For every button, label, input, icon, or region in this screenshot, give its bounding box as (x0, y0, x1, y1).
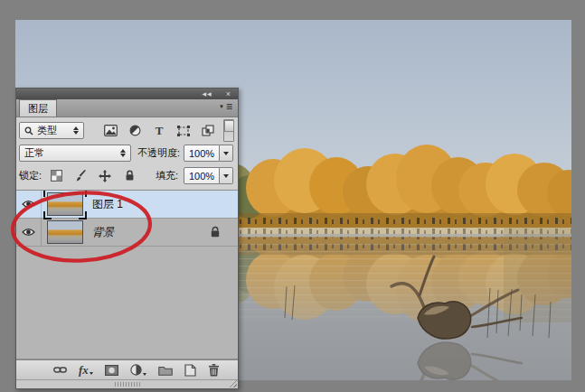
menu-lines-icon: ≡ (226, 102, 232, 111)
eye-icon (22, 228, 35, 237)
lock-icon (210, 226, 221, 238)
blend-mode-select[interactable]: 正常 (19, 145, 131, 162)
filter-icon-group: T (102, 123, 216, 138)
filter-type-select[interactable]: 类型 (19, 122, 84, 139)
adjustment-circle-icon (130, 364, 142, 376)
filter-smart-objects-button[interactable] (200, 123, 216, 138)
image-icon (104, 125, 118, 136)
visibility-toggle[interactable] (16, 219, 42, 246)
screenshot-stage: ◀◀ × 图层 ▼ ≡ 类型 (0, 0, 585, 392)
panel-bottom-toolbar: fx (16, 359, 238, 379)
layer-row-background[interactable]: 背景 (16, 219, 238, 247)
chevron-down-icon (90, 372, 93, 375)
filter-adjustment-layers-button[interactable] (127, 123, 143, 138)
move-icon (99, 170, 111, 182)
combo-spinner-icon (69, 126, 79, 135)
layer-thumbnail-image (47, 192, 83, 216)
lock-pixels-button[interactable] (72, 168, 89, 183)
filter-type-layers-button[interactable]: T (151, 123, 167, 138)
panel-tab-strip: 图层 ▼ ≡ (16, 99, 238, 117)
opacity-dropdown-button[interactable] (220, 145, 233, 162)
panel-header-bar: ◀◀ × (16, 89, 238, 99)
lock-icon (125, 170, 135, 182)
folder-icon (158, 365, 173, 376)
toggle-knob (224, 120, 234, 132)
background-lock-badge (210, 226, 221, 238)
layer-mask-icon (105, 365, 118, 376)
new-adjustment-layer-button[interactable] (130, 364, 146, 376)
close-panel-icon[interactable]: × (226, 90, 231, 98)
opacity-input[interactable]: 100% (184, 145, 220, 162)
add-layer-mask-button[interactable] (105, 365, 118, 376)
resize-grip[interactable] (115, 382, 140, 387)
opacity-value-group: 100% (184, 145, 233, 162)
new-layer-icon (184, 364, 196, 377)
blend-row: 正常 不透明度: 100% (19, 142, 235, 164)
adjustment-circle-icon (129, 125, 141, 136)
eye-icon (22, 200, 35, 209)
fx-icon: fx (79, 365, 89, 375)
layer-thumbnail-image (47, 220, 83, 244)
layer-name[interactable]: 背景 (92, 225, 114, 240)
type-icon: T (154, 125, 165, 136)
layer-row-layer1[interactable]: 图层 1 (16, 191, 238, 219)
resize-corner-grip[interactable] (229, 379, 237, 387)
layer-thumbnail[interactable] (47, 192, 83, 216)
panel-controls: 类型 (16, 117, 238, 191)
filter-row: 类型 (19, 119, 235, 142)
layer-name[interactable]: 图层 1 (92, 197, 123, 212)
fill-input[interactable]: 100% (184, 167, 220, 184)
smart-object-icon (202, 125, 214, 136)
combo-spinner-icon (116, 149, 126, 157)
panel-resize-strip (16, 379, 238, 388)
shape-icon (177, 126, 190, 136)
lock-icon-group (48, 168, 137, 183)
menu-arrow-icon: ▼ (219, 104, 224, 109)
checkerboard-icon (51, 170, 62, 182)
chevron-down-icon (143, 373, 146, 376)
chevron-down-icon (223, 174, 229, 178)
trash-icon (208, 364, 220, 377)
lock-transparency-button[interactable] (48, 168, 64, 183)
layers-panel: ◀◀ × 图层 ▼ ≡ 类型 (15, 88, 239, 389)
lock-row: 锁定: (19, 164, 235, 187)
chevron-down-icon (223, 152, 229, 155)
filter-type-label: 类型 (37, 124, 57, 137)
fill-dropdown-button[interactable] (220, 167, 233, 184)
brush-icon (74, 170, 87, 182)
filter-toggle-switch[interactable] (223, 119, 234, 142)
lock-position-button[interactable] (97, 168, 113, 183)
collapse-panel-icon[interactable]: ◀◀ (203, 91, 212, 97)
search-icon (24, 126, 33, 135)
filter-pixel-layers-button[interactable] (102, 123, 118, 138)
layer-thumbnail[interactable] (47, 220, 83, 244)
lock-label: 锁定: (19, 169, 42, 182)
fill-value-group: 100% (184, 167, 233, 184)
fill-label: 填充: (156, 169, 178, 182)
link-layers-button[interactable] (53, 366, 67, 374)
visibility-toggle[interactable] (16, 191, 42, 218)
chain-link-icon (53, 366, 67, 374)
new-group-button[interactable] (158, 365, 173, 376)
svg-text:T: T (156, 125, 164, 136)
lock-all-button[interactable] (121, 168, 137, 183)
tab-layers[interactable]: 图层 (19, 99, 57, 117)
delete-layer-button[interactable] (208, 364, 220, 377)
opacity-label: 不透明度: (137, 146, 180, 160)
layer-style-button[interactable]: fx (79, 365, 93, 375)
new-layer-button[interactable] (184, 364, 196, 377)
panel-menu-button[interactable]: ▼ ≡ (219, 102, 232, 111)
blend-mode-value: 正常 (24, 146, 44, 160)
filter-shape-layers-button[interactable] (175, 123, 192, 138)
layer-list: 图层 1 背景 (16, 191, 238, 359)
